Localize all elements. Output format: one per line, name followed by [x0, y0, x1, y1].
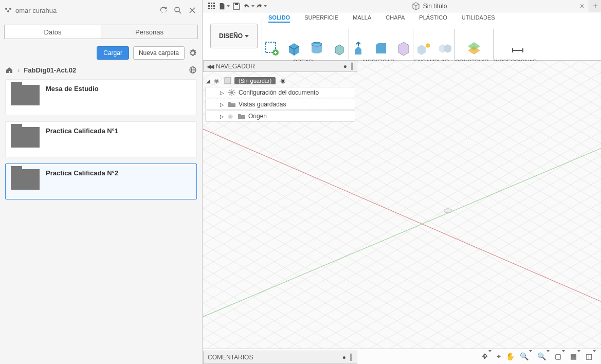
- collapse-icon[interactable]: ◀◀: [207, 63, 213, 70]
- apps-grid-button[interactable]: [206, 1, 217, 11]
- search-button[interactable]: [172, 5, 184, 16]
- chevron-right-icon: ›: [17, 66, 20, 74]
- new-folder-button[interactable]: Nueva carpeta: [133, 46, 185, 60]
- ribbon-tab-plastic[interactable]: PLÁSTICO: [419, 14, 447, 23]
- ribbon-tab-solid[interactable]: SOLIDO: [268, 14, 290, 23]
- expand-icon[interactable]: ▷: [220, 90, 225, 96]
- new-file-button[interactable]: [218, 1, 230, 11]
- folder-icon: [11, 85, 40, 105]
- comments-bar[interactable]: COMENTARIOS ● ┃: [203, 351, 357, 364]
- svg-point-3: [175, 7, 179, 12]
- ribbon-tab-sheet[interactable]: CHAPA: [386, 14, 405, 23]
- quick-access-toolbar: Sin título ✕ ＋: [203, 0, 601, 12]
- inspect-measure-tool[interactable]: [508, 39, 527, 58]
- workspace-switcher[interactable]: DISEÑO: [210, 24, 258, 48]
- refresh-button[interactable]: [158, 5, 169, 16]
- tab-data[interactable]: Datos: [4, 25, 101, 39]
- svg-point-0: [5, 8, 7, 10]
- team-icon: [4, 6, 12, 14]
- construct-plane-tool[interactable]: [465, 39, 483, 58]
- look-at-tool[interactable]: ⌖: [497, 352, 501, 361]
- breadcrumb-project[interactable]: FabDig01-Act.02: [24, 66, 76, 74]
- comments-pin-icon[interactable]: ┃: [349, 354, 353, 361]
- svg-rect-12: [213, 3, 215, 4]
- visibility-icon[interactable]: ◉: [214, 77, 221, 84]
- close-panel-button[interactable]: [187, 5, 198, 16]
- browser-title: NAVEGADOR: [216, 63, 255, 70]
- orbit-tool[interactable]: ✥: [482, 352, 491, 360]
- svg-rect-19: [235, 3, 238, 5]
- save-button[interactable]: [231, 1, 242, 11]
- ribbon-tab-utilities[interactable]: UTILIDADES: [462, 14, 495, 23]
- create-cylinder-tool[interactable]: [307, 39, 326, 58]
- comments-title: COMENTARIOS: [208, 354, 253, 361]
- ribbon-tab-mesh[interactable]: MALLA: [353, 14, 371, 23]
- svg-rect-30: [225, 78, 231, 84]
- folder-icon: [238, 112, 246, 120]
- pan-tool[interactable]: ✋: [506, 352, 515, 360]
- ribbon-tab-surface[interactable]: SUPERFICIE: [304, 14, 338, 23]
- folder-name: Mesa de Estudio: [46, 84, 99, 93]
- tab-people[interactable]: Personas: [101, 25, 198, 39]
- svg-rect-10: [208, 3, 210, 4]
- grid-display-tool[interactable]: ▦: [570, 352, 580, 360]
- assemble-joint-tool[interactable]: [436, 39, 454, 58]
- display-style-tool[interactable]: ▢: [555, 352, 565, 360]
- folder-icon: [228, 100, 236, 108]
- browser-pin-icon[interactable]: ┃: [350, 63, 354, 70]
- panel-tabs: Datos Personas: [0, 21, 202, 43]
- modify-press-tool[interactable]: [349, 39, 368, 58]
- folder-icon: [11, 169, 40, 190]
- expand-icon[interactable]: ◢: [206, 78, 211, 84]
- assemble-new-tool[interactable]: [413, 39, 432, 58]
- undo-button[interactable]: [243, 1, 254, 11]
- svg-rect-13: [208, 5, 210, 7]
- svg-point-2: [7, 10, 9, 12]
- create-extrude-tool[interactable]: [330, 39, 349, 58]
- visibility-off-icon[interactable]: ◉: [228, 113, 235, 120]
- model-canvas[interactable]: ◀◀ NAVEGADOR ● ┃ ◢ ◉ (Sin guardar) ◉ ▷ C…: [203, 61, 601, 349]
- viewport-layout-tool[interactable]: ◫: [586, 352, 596, 360]
- user-bar: omar curahua: [0, 0, 202, 21]
- expand-icon[interactable]: ▷: [220, 114, 225, 119]
- fit-tool[interactable]: 🔍: [537, 352, 550, 360]
- folder-icon: [11, 127, 40, 148]
- globe-icon[interactable]: [189, 66, 197, 74]
- expand-icon[interactable]: ▷: [220, 102, 225, 107]
- document-tab-strip: Sin título ✕: [270, 2, 589, 10]
- browser-node-config[interactable]: ▷ Configuración del documento: [205, 87, 355, 98]
- new-tab-button[interactable]: ＋: [589, 0, 601, 12]
- modify-fillet-tool[interactable]: [372, 39, 390, 58]
- panel-settings-icon[interactable]: [189, 49, 197, 57]
- node-label: Vistas guardadas: [239, 101, 286, 108]
- tab-close-button[interactable]: ✕: [577, 3, 587, 10]
- svg-rect-18: [213, 8, 215, 9]
- modify-shell-tool[interactable]: [394, 39, 413, 58]
- create-box-tool[interactable]: [285, 39, 303, 58]
- zoom-tool[interactable]: 🔍: [520, 352, 532, 360]
- browser-options-icon[interactable]: ●: [343, 63, 347, 70]
- document-icon: [224, 77, 232, 85]
- create-sketch-tool[interactable]: [262, 39, 281, 58]
- document-tab[interactable]: Sin título: [397, 2, 462, 10]
- svg-rect-15: [213, 5, 215, 7]
- browser-node-origin[interactable]: ▷ ◉ Origen: [205, 111, 355, 122]
- home-icon[interactable]: [5, 66, 13, 74]
- panel-actions: Cargar Nueva carpeta: [0, 43, 202, 63]
- browser-root-node[interactable]: ◢ ◉ (Sin guardar) ◉: [203, 75, 357, 86]
- active-component-icon[interactable]: ◉: [280, 77, 285, 84]
- folder-item[interactable]: Mesa de Estudio: [5, 79, 197, 115]
- folder-item[interactable]: Practica Calificada N°1: [5, 121, 197, 157]
- upload-button[interactable]: Cargar: [97, 46, 129, 60]
- add-comment-icon[interactable]: ●: [342, 354, 346, 361]
- browser-node-views[interactable]: ▷ Vistas guardadas: [205, 99, 355, 110]
- folder-item[interactable]: Practica Calificada N°2: [5, 163, 197, 199]
- redo-button[interactable]: [256, 1, 267, 11]
- svg-line-4: [179, 11, 181, 13]
- breadcrumb: › FabDig01-Act.02: [0, 63, 202, 77]
- browser-header[interactable]: ◀◀ NAVEGADOR ● ┃: [203, 61, 357, 72]
- node-label: Configuración del documento: [239, 89, 319, 96]
- view-navigation-toolbar: ✥ ⌖ ✋ 🔍 🔍 ▢ ▦ ◫: [482, 350, 596, 363]
- svg-point-29: [444, 209, 452, 213]
- node-label: Origen: [248, 113, 267, 120]
